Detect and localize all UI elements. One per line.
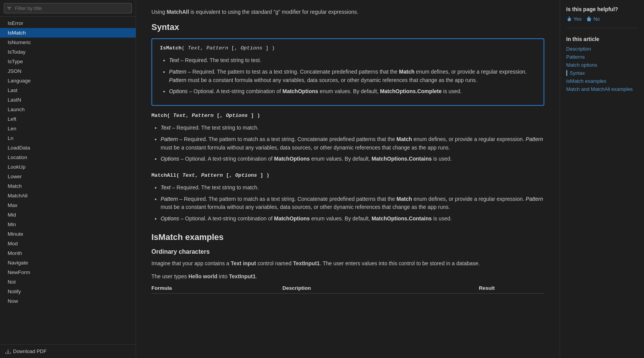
sidebar-item[interactable]: Last [0, 85, 136, 95]
sidebar-item[interactable]: Match [0, 181, 136, 191]
param-item: Options – Optional. A text-string combin… [161, 215, 544, 223]
in-article-section: In this article DescriptionPatternsMatch… [566, 36, 638, 92]
col-header-description: Description [283, 285, 479, 291]
table-header-row: Formula Description Result [151, 285, 544, 294]
col-header-result: Result [479, 285, 544, 291]
sidebar-item[interactable]: Ln [0, 133, 136, 143]
sidebar-item[interactable]: Navigate [0, 258, 136, 268]
sidebar-item[interactable]: Len [0, 124, 136, 133]
match-signature: Match( Text, Pattern [, Options ] ) [151, 113, 544, 118]
sidebar-item[interactable]: Language [0, 76, 136, 85]
matchall-section: MatchAll( Text, Pattern [, Options ] ) T… [151, 172, 544, 223]
matchall-signature: MatchAll( Text, Pattern [, Options ] ) [151, 172, 544, 178]
sidebar-item[interactable]: Max [0, 200, 136, 210]
sidebar-item[interactable]: NewForm [0, 268, 136, 277]
article-links: DescriptionPatternsMatch optionsSyntaxIs… [566, 46, 638, 92]
sidebar-item[interactable]: IsType [0, 57, 136, 66]
sidebar-item[interactable]: LoadData [0, 143, 136, 153]
sidebar-item[interactable]: IsMatch [0, 28, 136, 38]
helpful-section: Is this page helpful? Yes No [566, 6, 638, 28]
filter-icon [7, 6, 12, 11]
param-item: Text – Required. The text string to matc… [161, 184, 544, 192]
sidebar-item[interactable]: Month [0, 248, 136, 258]
syntax-heading: Syntax [151, 22, 544, 32]
sidebar-item[interactable]: Min [0, 220, 136, 229]
article-link[interactable]: Description [566, 46, 638, 52]
article-link[interactable]: Syntax [566, 70, 638, 76]
param-item: Options – Optional. A text-string combin… [161, 155, 544, 163]
sidebar-item[interactable]: Mod [0, 239, 136, 248]
param-item: Text – Required. The text string to matc… [161, 124, 544, 132]
ismatch-syntax-box: IsMatch( Text, Pattern [, Options ] ) Te… [151, 38, 544, 106]
download-pdf-button[interactable]: Download PDF [5, 348, 46, 354]
match-params: Text – Required. The text string to matc… [151, 124, 544, 163]
helpful-title: Is this page helpful? [566, 6, 638, 12]
article-link[interactable]: IsMatch examples [566, 78, 638, 84]
article-link[interactable]: Patterns [566, 54, 638, 60]
sidebar-item[interactable]: Notify [0, 287, 136, 296]
param-item: Pattern – Required. The pattern to test … [169, 68, 536, 84]
sidebar-footer: Download PDF [0, 344, 136, 358]
sidebar-item[interactable]: Mid [0, 210, 136, 220]
sidebar-item[interactable]: Lower [0, 172, 136, 181]
yes-button[interactable]: Yes [566, 16, 582, 22]
ismatch-examples-heading: IsMatch examples [151, 232, 544, 242]
sidebar-item[interactable]: IsToday [0, 47, 136, 57]
no-button[interactable]: No [586, 16, 600, 22]
sidebar-item[interactable]: Location [0, 153, 136, 162]
match-section: Match( Text, Pattern [, Options ] ) Text… [151, 113, 544, 163]
left-sidebar: IsErrorIsMatchIsNumericIsTodayIsTypeJSON… [0, 0, 136, 358]
sidebar-item[interactable]: MatchAll [0, 191, 136, 200]
sidebar-nav-list: IsErrorIsMatchIsNumericIsTodayIsTypeJSON… [0, 17, 136, 344]
download-icon [5, 349, 11, 354]
param-item: Pattern – Required. The pattern to match… [161, 195, 544, 212]
yes-label: Yes [573, 16, 582, 22]
col-header-formula: Formula [151, 285, 283, 291]
filter-input[interactable] [4, 3, 132, 13]
ismatch-params: Text – Required. The text string to test… [160, 56, 536, 96]
no-label: No [593, 16, 600, 22]
thumbs-down-icon [586, 16, 591, 22]
article-link[interactable]: Match and MatchAll examples [566, 86, 638, 92]
download-pdf-label: Download PDF [13, 348, 46, 354]
sidebar-item[interactable]: LookUp [0, 162, 136, 172]
matchall-params: Text – Required. The text string to matc… [151, 184, 544, 223]
sidebar-item[interactable]: Minute [0, 229, 136, 239]
sidebar-item[interactable]: LastN [0, 95, 136, 105]
ordinary-chars-heading: Ordinary characters [151, 248, 544, 255]
sidebar-item[interactable]: JSON [0, 66, 136, 76]
sidebar-item[interactable]: Launch [0, 105, 136, 114]
ismatch-signature: IsMatch( Text, Pattern [, Options ] ) [160, 45, 536, 51]
param-item: Options – Optional. A text-string combin… [169, 87, 536, 96]
in-article-title: In this article [566, 36, 638, 42]
sidebar-item[interactable]: Left [0, 114, 136, 124]
hello-world-text: The user types Hello world into TextInpu… [151, 272, 544, 281]
article-link[interactable]: Match options [566, 62, 638, 68]
right-sidebar: Is this page helpful? Yes No In this art… [560, 0, 644, 358]
sidebar-item[interactable]: IsNumeric [0, 38, 136, 47]
sidebar-filter-section [0, 0, 136, 17]
intro-paragraph: Using MatchAll is equivalent to using th… [151, 8, 544, 16]
sidebar-item[interactable]: Now [0, 296, 136, 306]
param-item: Text – Required. The text string to test… [169, 56, 536, 65]
main-content: Using MatchAll is equivalent to using th… [136, 0, 560, 358]
thumbs-up-icon [566, 16, 572, 22]
param-item: Pattern – Required. The pattern to match… [161, 135, 544, 152]
sidebar-item[interactable]: IsError [0, 18, 136, 28]
sidebar-item[interactable]: Not [0, 277, 136, 287]
helpful-buttons: Yes No [566, 16, 638, 22]
ordinary-chars-text: Imagine that your app contains a Text in… [151, 259, 544, 268]
